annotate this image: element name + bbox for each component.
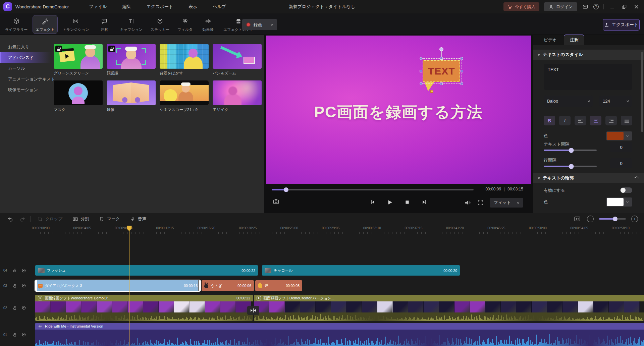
tab-sound-effects[interactable]: 効果音 bbox=[198, 15, 218, 34]
redo-button[interactable] bbox=[18, 215, 27, 223]
menu-file[interactable]: ファイル bbox=[89, 4, 107, 10]
resize-handle-se[interactable] bbox=[460, 82, 463, 85]
align-right-button[interactable] bbox=[605, 116, 617, 125]
annotation-text-input[interactable]: TEXT bbox=[544, 64, 632, 90]
menu-help[interactable]: ヘルプ bbox=[213, 4, 226, 10]
clip-screen-recording-2[interactable]: 画面録画ソフトDemoCreator バージョン... bbox=[254, 295, 644, 321]
help-icon[interactable]: ? bbox=[593, 4, 599, 9]
tab-annotation-properties[interactable]: 注釈 bbox=[564, 35, 584, 45]
close-button[interactable] bbox=[633, 3, 640, 10]
effect-item-mirror[interactable]: 鏡像 bbox=[107, 80, 156, 112]
text-style-section-header[interactable]: ∨ テキストのスタイル bbox=[533, 50, 644, 60]
tab-caption[interactable]: キャプション bbox=[117, 15, 146, 34]
messages-icon[interactable] bbox=[582, 3, 589, 10]
previous-frame-button[interactable] bbox=[368, 198, 377, 207]
effect-item-greenscreen[interactable]: グリーンスクリーン bbox=[54, 44, 103, 76]
text-outline-section-header[interactable]: ∨ テキストの輪郭 bbox=[533, 173, 644, 183]
lock-track-icon[interactable] bbox=[12, 332, 18, 338]
toggle-visibility-icon[interactable] bbox=[21, 305, 27, 311]
letter-spacing-value[interactable]: 0 bbox=[610, 142, 632, 152]
align-center-button[interactable] bbox=[590, 116, 601, 125]
resize-handle-ne[interactable] bbox=[460, 57, 463, 60]
align-left-button[interactable] bbox=[575, 116, 586, 125]
split-tool[interactable]: 分割 bbox=[69, 216, 92, 222]
lock-track-icon[interactable] bbox=[12, 268, 18, 274]
buy-now-button[interactable]: 今すぐ購入 bbox=[503, 2, 539, 11]
stop-button[interactable] bbox=[403, 198, 412, 207]
maximize-button[interactable] bbox=[621, 3, 628, 10]
export-button[interactable]: エクスポート bbox=[603, 19, 640, 31]
transition-marker[interactable] bbox=[247, 306, 259, 315]
clip-flash[interactable]: フラッシュ 00:00:22 bbox=[35, 265, 258, 276]
fill-color-picker[interactable]: ∨ bbox=[606, 131, 632, 140]
tab-transitions[interactable]: トランジション bbox=[60, 15, 92, 34]
sidebar-item-advanced[interactable]: アドバンスド bbox=[0, 52, 51, 63]
clip-charcoal[interactable]: チャコール 00:00:20 bbox=[262, 265, 460, 276]
lock-track-icon[interactable] bbox=[12, 305, 18, 311]
line-spacing-value[interactable]: 0 bbox=[610, 158, 632, 168]
toggle-visibility-icon[interactable] bbox=[21, 268, 27, 274]
timeline-ruler[interactable]: 00:00:00:0000:00:04:0500:00:08:1000:00:1… bbox=[0, 226, 644, 234]
effect-item-blur-background[interactable]: 背景をぼかす bbox=[160, 44, 209, 76]
resize-handle-w[interactable] bbox=[420, 70, 422, 72]
line-spacing-slider[interactable] bbox=[544, 166, 597, 167]
tab-video-properties[interactable]: ビデオ bbox=[538, 35, 562, 45]
record-button[interactable]: 録画 ∨ bbox=[242, 19, 277, 30]
menu-export[interactable]: エクスポート bbox=[147, 4, 173, 10]
font-size-dropdown[interactable]: 124 ∨ bbox=[599, 96, 632, 107]
play-button[interactable] bbox=[385, 198, 394, 207]
rotation-handle[interactable] bbox=[439, 47, 443, 51]
inspector-scrollbar[interactable] bbox=[641, 52, 643, 132]
italic-button[interactable]: I bbox=[559, 116, 571, 125]
effect-item-mosaic[interactable]: モザイク bbox=[213, 80, 262, 112]
clip-dialog-box-selected[interactable]: ダイアログボックス 3 00:00:16 bbox=[35, 280, 200, 291]
crop-tool[interactable]: クロップ bbox=[34, 216, 66, 222]
sidebar-item-animated-text[interactable]: アニメーションテキスト bbox=[0, 74, 51, 84]
timeline-zoom-slider[interactable] bbox=[599, 218, 626, 220]
video-canvas[interactable]: PC画面を録画する方法 TEXT bbox=[266, 36, 531, 184]
menu-edit[interactable]: 編集 bbox=[122, 4, 131, 10]
resize-handle-s[interactable] bbox=[440, 82, 443, 85]
tab-effects[interactable]: エフェクト bbox=[33, 15, 57, 34]
bold-button[interactable]: B bbox=[544, 116, 555, 125]
login-button[interactable]: ログイン bbox=[544, 2, 577, 11]
lock-track-icon[interactable] bbox=[12, 283, 18, 289]
annotation-selection-box[interactable]: TEXT bbox=[421, 58, 462, 84]
playhead[interactable] bbox=[129, 226, 129, 346]
resize-handle-e[interactable] bbox=[461, 70, 463, 72]
zoom-in-button[interactable]: + bbox=[631, 216, 638, 222]
clip-love[interactable]: 愛 00:00:05 bbox=[255, 280, 302, 291]
sidebar-item-favorites[interactable]: お気に入り bbox=[0, 42, 51, 52]
next-frame-button[interactable] bbox=[420, 198, 429, 207]
resize-handle-nw[interactable] bbox=[420, 57, 423, 60]
text-bubble[interactable]: TEXT bbox=[423, 60, 460, 82]
effect-item-face-recognition[interactable]: 顔認識 bbox=[107, 44, 156, 76]
font-family-dropdown[interactable]: Baloo ∨ bbox=[544, 96, 593, 107]
minimize-button[interactable] bbox=[608, 3, 616, 10]
fullscreen-icon[interactable] bbox=[477, 199, 484, 206]
clip-music[interactable]: Ride with Me - Instrumental Version bbox=[35, 323, 644, 346]
tab-annotation[interactable]: 注釈 bbox=[94, 15, 115, 34]
effect-item-pan-zoom[interactable]: パン＆ズーム bbox=[213, 44, 262, 76]
toggle-visibility-icon[interactable] bbox=[21, 283, 27, 289]
bubble-tail-handle[interactable] bbox=[430, 90, 433, 93]
justify-button[interactable] bbox=[621, 116, 632, 125]
voice-tool[interactable]: 音声 bbox=[126, 216, 150, 222]
menu-view[interactable]: 表示 bbox=[189, 4, 197, 10]
tab-filter[interactable]: フィルタ bbox=[174, 15, 196, 34]
fit-timeline-icon[interactable] bbox=[573, 215, 582, 223]
resize-handle-n[interactable] bbox=[440, 57, 443, 60]
reset-icon[interactable] bbox=[634, 175, 639, 181]
tab-library[interactable]: ライブラリー bbox=[2, 15, 31, 34]
letter-spacing-slider[interactable] bbox=[544, 150, 597, 151]
volume-icon[interactable] bbox=[464, 199, 471, 206]
seek-bar-knob[interactable] bbox=[284, 187, 288, 192]
effect-item-cinemascope[interactable]: シネマスコープ21：9 bbox=[160, 80, 209, 112]
outline-enable-toggle[interactable] bbox=[620, 187, 632, 193]
outline-color-picker[interactable]: ∨ bbox=[606, 197, 632, 207]
undo-button[interactable] bbox=[6, 215, 15, 223]
toggle-visibility-icon[interactable] bbox=[21, 332, 27, 338]
mark-tool[interactable]: マーク bbox=[96, 216, 123, 222]
tab-sticker[interactable]: ステッカー bbox=[148, 15, 172, 34]
clip-screen-recording-1[interactable]: 画面録画ソフトWondershare DemoCr... 00:00:22 bbox=[35, 295, 253, 321]
